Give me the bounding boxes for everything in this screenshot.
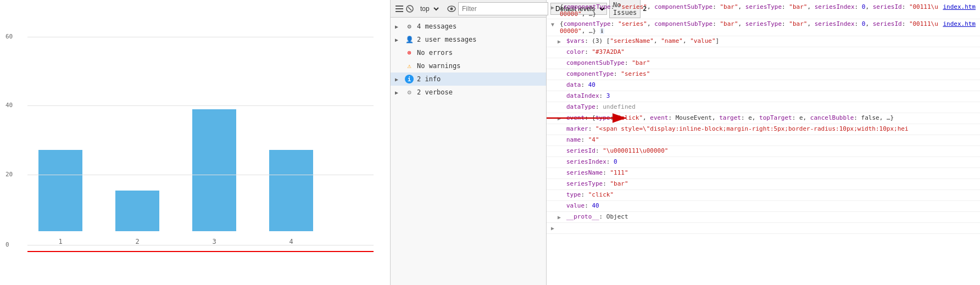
output-content: ▶ {componentType: "series", componentSub… [547,0,980,285]
log-entry-color: ▶ color: "#37A2DA" [547,47,980,58]
red-line [27,251,374,252]
chart-area: 60 40 20 0 1 2 [27,11,374,245]
log-text-data: data: 40 [566,81,976,88]
bar-group-4[interactable]: 4 [269,150,313,245]
y-label-60: 60 [5,33,13,40]
bar-label-3: 3 [212,238,216,245]
error-icon: ⊗ [405,48,414,57]
expand-icon-close[interactable]: ▶ [551,225,558,231]
svg-rect-1 [396,8,403,9]
log-entry-dataindex: ▶ dataIndex: 3 [547,91,980,102]
expand-icon-1[interactable]: ▶ [551,4,558,10]
svg-point-6 [450,7,453,10]
verbose-label: 2 verbose [417,88,453,96]
expand-arrow-user: ▶ [395,37,402,43]
expand-arrow-messages: ▶ [395,24,402,30]
y-label-40: 40 [5,102,13,109]
warning-icon: ⚠ [405,62,414,70]
log-source-2[interactable]: index.htm [943,20,976,27]
log-entry-vars[interactable]: ▶ $vars: (3) ["seriesName", "name", "val… [547,36,980,47]
bar-2[interactable] [115,191,159,231]
expand-icon-2[interactable]: ▼ [551,21,558,27]
log-text-seriestype: seriesType: "bar" [566,180,976,187]
log-entry-1[interactable]: ▶ {componentType: "series", componentSub… [547,2,980,19]
output-panel-wrapper: ▶ {componentType: "series", componentSub… [547,0,980,285]
chart-panel: 60 40 20 0 1 2 [0,0,390,285]
log-source-1[interactable]: index.htm [943,3,976,10]
log-entry-datatype: ▶ dataType: undefined [547,102,980,113]
log-text-seriesindex: seriesIndex: 0 [566,158,976,165]
log-entry-2[interactable]: ▼ {componentType: "series", componentSub… [547,19,980,36]
log-entry-componentsubtype: ▶ componentSubType: "bar" [547,58,980,69]
log-entry-value: ▶ value: 40 [547,201,980,212]
log-entry-type: ▶ type: "click" [547,190,980,201]
bar-4[interactable] [269,150,313,231]
eye-icon[interactable] [447,3,456,14]
gear-icon: ⚙ [405,22,414,31]
expand-icon-event[interactable]: ▶ [558,115,564,121]
console-panel: top Default levels No Issues 2 ▶ ⚙ 4 mes… [390,0,547,285]
log-text-seriesid: seriesId: "\u0000111\u00000" [566,147,976,154]
log-entry-data: ▶ data: 40 [547,80,980,91]
log-text-value: value: 40 [566,202,976,209]
log-text-name: name: "4" [566,136,976,143]
log-entry-proto[interactable]: ▶ __proto__: Object [547,212,980,223]
log-text-color: color: "#37A2DA" [566,48,976,55]
expand-arrow-info: ▶ [395,76,402,82]
info-icon: i [405,75,414,83]
bar-group-3[interactable]: 3 [192,109,236,245]
bar-3[interactable] [192,109,236,231]
log-entry-close[interactable]: ▶ [547,223,980,234]
log-text-dataindex: dataIndex: 3 [566,92,976,99]
log-entry-event[interactable]: ▶ event: {type: "click", event: MouseEve… [547,113,980,124]
user-icon: 👤 [405,35,414,44]
stop-icon[interactable] [406,3,414,14]
console-item-warnings[interactable]: ▶ ⚠ No warnings [391,59,546,72]
warnings-label: No warnings [417,62,460,70]
log-entry-seriesid: ▶ seriesId: "\u0000111\u00000" [547,146,980,157]
console-item-errors[interactable]: ▶ ⊗ No errors [391,46,546,59]
bar-group-2[interactable]: 2 [115,191,159,245]
log-text-vars: $vars: (3) ["seriesName", "name", "value… [566,37,976,44]
log-text-proto: __proto__: Object [566,213,976,220]
expand-arrow-verbose: ▶ [395,90,402,96]
y-label-20: 20 [5,171,13,178]
log-text-event: event: {type: "click", event: MouseEvent… [566,114,976,121]
console-item-verbose[interactable]: ▶ ⚙ 2 verbose [391,86,546,99]
log-entry-componenttype: ▶ componentType: "series" [547,69,980,80]
svg-rect-0 [396,5,403,7]
bars-container: 60 40 20 0 1 2 [27,37,374,245]
bar-1[interactable] [38,150,82,231]
bar-label-1: 1 [58,238,62,245]
errors-label: No errors [417,49,453,57]
filter-input[interactable] [458,2,548,15]
console-item-messages[interactable]: ▶ ⚙ 4 messages [391,20,546,33]
context-selector[interactable]: top [416,3,441,14]
console-item-info[interactable]: ▶ i 2 info [391,72,546,86]
expand-icon-vars[interactable]: ▶ [558,38,564,44]
console-item-user-messages[interactable]: ▶ 👤 2 user messages [391,33,546,46]
bar-group-1[interactable]: 1 [38,150,82,245]
console-items-list: ▶ ⚙ 4 messages ▶ 👤 2 user messages ▶ ⊗ N… [391,18,546,285]
log-text-1: {componentType: "series", componentSubTy… [560,3,940,18]
log-entry-marker: ▶ marker: "<span style=\"display:inline-… [547,124,980,135]
verbose-icon: ⚙ [405,88,414,97]
user-messages-label: 2 user messages [417,36,476,43]
toggle-sidebar-icon[interactable] [395,3,404,14]
console-toolbar: top Default levels No Issues 2 [391,0,546,18]
log-text-componenttype: componentType: "series" [566,70,976,77]
bar-label-4: 4 [289,238,293,245]
log-entry-seriestype: ▶ seriesType: "bar" [547,179,980,190]
log-text-type: type: "click" [566,191,976,198]
messages-label: 4 messages [417,23,456,30]
log-text-datatype: dataType: undefined [566,103,976,110]
bar-label-2: 2 [135,238,139,245]
log-text-2: {componentType: "series", componentSubTy… [560,20,940,35]
expand-icon-proto[interactable]: ▶ [558,214,564,220]
log-entry-name: ▶ name: "4" [547,135,980,146]
log-entry-seriesname: ▶ seriesName: "111" [547,168,980,179]
y-label-0: 0 [5,241,9,248]
svg-line-4 [408,7,411,10]
log-text-seriesname: seriesName: "111" [566,169,976,176]
svg-rect-2 [396,11,403,12]
